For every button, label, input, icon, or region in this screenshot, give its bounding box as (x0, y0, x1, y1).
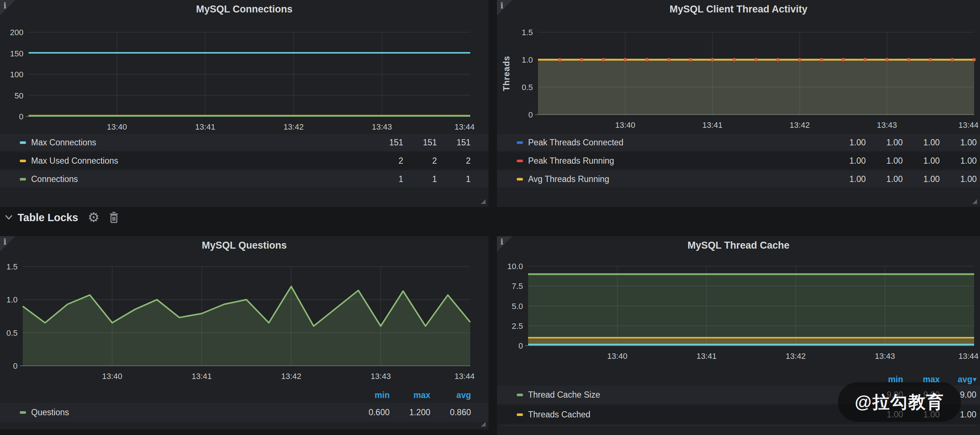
mysql-client-thread-activity-chart: 00.51.01.513:4013:4113:4213:4313:44Threa… (497, 0, 980, 133)
legend-label[interactable]: Max Used Connections (31, 156, 118, 166)
legend-value: 2 (403, 156, 437, 166)
legend-swatch[interactable] (517, 178, 523, 181)
panel-title[interactable]: MySQL Client Thread Activity (497, 4, 980, 15)
legend-swatch[interactable] (517, 394, 523, 396)
legend-swatch[interactable] (20, 141, 26, 144)
legend-value: 1.00 (903, 156, 940, 166)
legend-header-avg[interactable]: avg (430, 391, 471, 400)
legend-label[interactable]: Max Connections (31, 138, 96, 148)
legend-row: Max Connections 151 151 151 (0, 134, 488, 151)
x-tick-label: 13:44 (958, 121, 978, 130)
legend-value: 151 (403, 138, 437, 148)
legend-value: 1.00 (940, 156, 977, 166)
legend-value: 1.00 (940, 138, 977, 148)
legend-swatch[interactable] (517, 413, 523, 416)
legend-value: 1.00 (829, 138, 866, 148)
legend-value-max: 1.200 (390, 408, 430, 418)
panel-info-corner[interactable] (0, 236, 15, 252)
legend-value-max: 1.00 (903, 410, 940, 420)
y-tick-label: 1.5 (6, 262, 18, 271)
sort-caret-icon: ▾ (973, 375, 976, 383)
series-point (907, 58, 910, 62)
legend-swatch[interactable] (517, 160, 523, 162)
panel-info-corner[interactable] (0, 0, 15, 15)
row-title[interactable]: Table Locks (18, 212, 78, 224)
y-tick-label: 5.0 (512, 302, 523, 311)
legend-label[interactable]: Peak Threads Connected (528, 138, 623, 148)
info-icon[interactable]: i (500, 0, 504, 11)
legend-header-min[interactable]: min (349, 391, 390, 400)
mysql-connections-chart: 05010015020013:4013:4113:4213:4313:44 (0, 0, 488, 133)
legend-header-min[interactable]: min (867, 375, 903, 384)
legend-label[interactable]: Peak Threads Running (528, 156, 614, 166)
chevron-down-icon[interactable] (5, 214, 13, 221)
row-header-table-locks: Table Locks ⚙ (0, 208, 980, 227)
y-tick-label: 0 (19, 112, 24, 121)
series-point (776, 58, 780, 62)
legend-swatch[interactable] (20, 160, 26, 162)
legend-value: 1 (437, 174, 471, 184)
info-icon[interactable]: i (3, 0, 6, 11)
panel-info-corner[interactable] (497, 236, 512, 252)
trash-icon (109, 212, 119, 223)
legend-header-avg[interactable]: avg ▾ (940, 375, 976, 384)
legend-header-max[interactable]: max (390, 391, 430, 400)
legend-value-min: 0.600 (349, 408, 390, 418)
x-tick-label: 13:42 (281, 371, 301, 381)
legend-swatch[interactable] (517, 141, 523, 144)
legend-value: 1.00 (829, 174, 866, 184)
x-tick-label: 13:42 (786, 351, 806, 361)
y-tick-label: 1.5 (522, 28, 533, 37)
legend-header-row: min max avg ▾ (497, 374, 980, 384)
y-axis-label: Threads (502, 56, 511, 91)
legend-label[interactable]: Questions (31, 408, 69, 418)
info-icon[interactable]: i (3, 237, 6, 247)
panel-resize-handle[interactable] (972, 199, 977, 204)
legend-header-max[interactable]: max (903, 375, 940, 384)
legend-value: 1.00 (866, 174, 903, 184)
y-tick-label: 0 (13, 361, 18, 371)
x-tick-label: 13:40 (615, 121, 635, 130)
legend-value-avg: 9.00 (940, 390, 976, 400)
x-tick-label: 13:42 (283, 122, 304, 132)
legend-value: 1 (403, 174, 437, 184)
x-tick-label: 13:43 (875, 351, 895, 361)
x-tick-label: 13:44 (958, 351, 978, 361)
legend-row: Avg Threads Running 1.00 1.00 1.00 1.00 (497, 171, 980, 187)
legend: Max Connections 151 151 151 Max Used Con… (0, 134, 488, 189)
y-tick-label: 0 (528, 110, 533, 119)
legend-value: 151 (437, 138, 471, 148)
series-point (689, 58, 692, 62)
panel-title[interactable]: MySQL Connections (0, 4, 488, 15)
y-tick-label: 0.5 (6, 329, 18, 338)
row-settings-button[interactable]: ⚙ (88, 211, 99, 224)
info-icon[interactable]: i (500, 237, 504, 247)
panel-title[interactable]: MySQL Thread Cache (497, 240, 980, 251)
y-tick-label: 100 (10, 70, 24, 79)
legend-row: Max Used Connections 2 2 2 (0, 152, 488, 169)
y-tick-label: 10.0 (507, 262, 523, 271)
series-point (885, 58, 888, 62)
legend-row: Questions 0.600 1.200 0.860 (0, 403, 488, 422)
panel-resize-handle[interactable] (481, 199, 485, 204)
series-point (711, 58, 714, 62)
legend-row: Connections 1 1 1 (0, 171, 488, 187)
legend-label[interactable]: Connections (31, 174, 78, 184)
legend-value-max: 9.00 (903, 390, 940, 400)
legend-swatch[interactable] (20, 411, 26, 414)
dashboard: i MySQL Connections 05010015020013:4013:… (0, 0, 980, 435)
legend-swatch[interactable] (20, 178, 26, 181)
panel-resize-handle[interactable] (481, 422, 485, 427)
y-tick-label: 50 (15, 91, 24, 100)
legend-label[interactable]: Threads Cached (528, 410, 590, 420)
legend-value: 1 (369, 174, 403, 184)
series-point (929, 58, 932, 62)
legend-label[interactable]: Thread Cache Size (528, 390, 600, 400)
row-delete-button[interactable] (109, 212, 119, 223)
legend-row: Thread Cache Size 9.00 9.00 9.00 (497, 386, 980, 404)
gear-icon: ⚙ (88, 211, 99, 224)
panel-info-corner[interactable] (497, 0, 512, 15)
legend-label[interactable]: Avg Threads Running (528, 174, 609, 184)
panel-title[interactable]: MySQL Questions (0, 240, 488, 251)
legend-header-avg-label: avg (958, 375, 972, 384)
